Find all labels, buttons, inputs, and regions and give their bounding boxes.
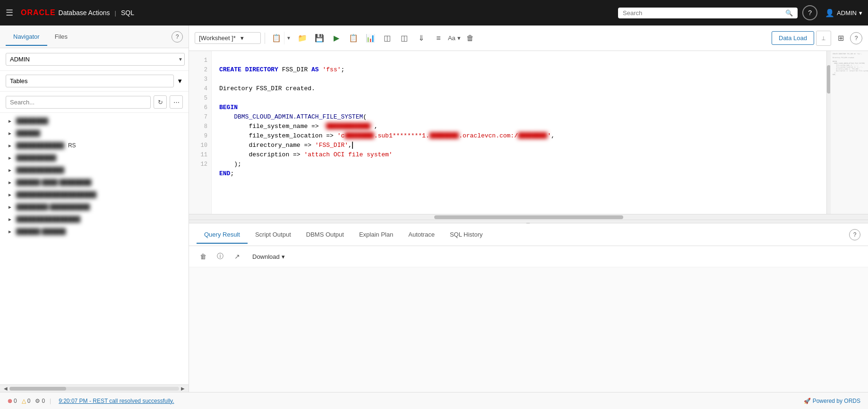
left-panel-tabs: Navigator Files ? xyxy=(0,26,189,48)
grid-report-button[interactable]: ◫ xyxy=(380,31,395,46)
table-search-row: ↻ ⋯ xyxy=(0,92,189,113)
editor-horizontal-scrollbar[interactable] xyxy=(189,214,868,220)
expand-arrow-icon: ► xyxy=(8,119,12,124)
resize-handle[interactable]: ⚊ xyxy=(189,220,868,223)
schema-selector[interactable]: ADMIN ▼ xyxy=(0,48,189,71)
table-name: ████████ xyxy=(16,118,48,124)
run-button[interactable]: ▶ xyxy=(329,31,344,46)
result-trash-button[interactable]: 🗑 xyxy=(197,250,210,263)
data-load-button[interactable]: Data Load xyxy=(772,31,814,45)
hamburger-menu[interactable]: ☰ xyxy=(6,8,13,18)
tab-navigator[interactable]: Navigator xyxy=(6,28,47,46)
status-message[interactable]: 9:20:07 PM - REST call resolved successf… xyxy=(59,398,174,404)
font-selector[interactable]: Aa ▾ xyxy=(448,34,461,42)
expand-arrow-icon: ► xyxy=(8,229,12,234)
more-options-button[interactable]: ⋯ xyxy=(170,95,183,109)
list-item[interactable]: ► ████████████████████ xyxy=(0,188,189,201)
result-tabs: Query Result Script Output DBMS Output E… xyxy=(189,223,868,246)
line-numbers: 1 2 3 4 5 6 7 8 9 10 11 12 xyxy=(189,51,212,214)
left-panel-help-icon[interactable]: ? xyxy=(172,31,183,43)
toolbar-help-button[interactable]: ? xyxy=(850,32,862,44)
list-item[interactable]: ► ████████████████ xyxy=(0,213,189,225)
brand-logo: ORACLE Database Actions | SQL xyxy=(21,9,134,17)
chart-button[interactable]: 📊 xyxy=(363,31,378,46)
list-item[interactable]: ► ██████ ██████ xyxy=(0,225,189,238)
result-export-button[interactable]: ↗ xyxy=(231,250,244,263)
save-button[interactable]: 💾 xyxy=(312,31,327,46)
expand-arrow-icon: ► xyxy=(8,168,12,173)
left-panel-horizontal-scrollbar[interactable]: ◀ ▶ xyxy=(0,384,189,392)
table-name: ██████████ xyxy=(16,154,56,161)
scroll-track[interactable] xyxy=(9,387,179,391)
tab-query-result[interactable]: Query Result xyxy=(197,226,248,244)
schema-dropdown[interactable]: ADMIN xyxy=(6,53,185,66)
scroll-right-arrow[interactable]: ▶ xyxy=(179,386,187,391)
user-icon: 👤 xyxy=(825,9,834,17)
font-icon: Aa xyxy=(448,34,455,42)
expand-arrow-icon: ► xyxy=(8,155,12,161)
object-type-dropdown[interactable]: Tables xyxy=(6,75,174,87)
search-input[interactable] xyxy=(623,9,782,17)
tab-sql-history[interactable]: SQL History xyxy=(442,226,490,244)
open-file-button[interactable]: 📁 xyxy=(295,31,310,46)
table-search-input[interactable] xyxy=(6,96,151,109)
object-type-selector[interactable]: Tables ▼ xyxy=(0,71,189,92)
trash-button[interactable]: 🗑 xyxy=(463,31,478,46)
right-panel: [Worksheet ]* ▾ 📋 ▼ 📁 💾 ▶ 📋 📊 ◫ ◫ ⇓ ≡ Aa… xyxy=(189,26,868,392)
help-button[interactable]: ? xyxy=(802,5,817,20)
worksheet-selector[interactable]: [Worksheet ]* ▾ xyxy=(195,32,261,44)
table-name: ██████ ████ ████████ xyxy=(16,179,92,186)
scroll-left-arrow[interactable]: ◀ xyxy=(2,386,9,391)
result-help-button[interactable]: ? xyxy=(849,229,860,240)
search-bar[interactable]: 🔍 xyxy=(618,8,798,18)
tab-script-output[interactable]: Script Output xyxy=(248,226,299,244)
worksheet-dropdown-arrow: ▾ xyxy=(241,34,244,42)
code-editor-content[interactable]: CREATE DIRECTORY FSS_DIR AS 'fss'; Direc… xyxy=(212,51,826,214)
table-name: ████████████ xyxy=(16,167,64,173)
download-toolbar-button[interactable]: ⇓ xyxy=(414,31,429,46)
status-bar: ⊗ 0 △ 0 ⚙ 0 | 9:20:07 PM - REST call res… xyxy=(0,392,868,409)
status-separator: | xyxy=(50,398,51,404)
list-item[interactable]: ► ██████ xyxy=(0,127,189,139)
tab-autotrace[interactable]: Autotrace xyxy=(401,226,442,244)
tab-files[interactable]: Files xyxy=(47,28,75,46)
new-file-button-group: 📋 ▼ xyxy=(269,32,293,44)
list-item[interactable]: ► ████████████ xyxy=(0,164,189,176)
list-item[interactable]: ► ████████ xyxy=(0,115,189,127)
refresh-button[interactable]: ↻ xyxy=(154,95,167,109)
editor-vertical-scrollbar[interactable] xyxy=(826,51,830,214)
editor-area: 1 2 3 4 5 6 7 8 9 10 11 12 CREATE DIRECT… xyxy=(189,51,868,214)
list-item[interactable]: ► ██████████ xyxy=(0,152,189,164)
new-file-button[interactable]: 📋 xyxy=(269,32,284,44)
powered-by-ords[interactable]: 🚀 Powered by ORDS xyxy=(804,398,860,404)
table-name: ████████████ xyxy=(16,142,64,149)
list-item[interactable]: ► ████████ ██████████ xyxy=(0,201,189,213)
list-item[interactable]: ► ████████████ RS xyxy=(0,139,189,152)
gear-icon: ⚙ xyxy=(35,398,40,404)
horizontal-scrollbar-thumb[interactable] xyxy=(434,215,623,219)
format-button[interactable]: ≡ xyxy=(431,31,446,46)
gear-count: 0 xyxy=(42,398,45,404)
left-panel: Navigator Files ? ADMIN ▼ Tables ▼ ↻ ⋯ xyxy=(0,26,189,392)
expand-button[interactable]: ⟂ xyxy=(816,31,831,46)
download-label: Download xyxy=(252,253,280,260)
result-toolbar: 🗑 ⓘ ↗ Download ▾ xyxy=(189,246,868,267)
result-info-button[interactable]: ⓘ xyxy=(214,250,227,263)
tab-dbms-output[interactable]: DBMS Output xyxy=(299,226,352,244)
expand-arrow-icon: ► xyxy=(8,180,12,185)
list-item[interactable]: ► ██████ ████ ████████ xyxy=(0,176,189,188)
explain-plan-button[interactable]: ◫ xyxy=(397,31,412,46)
scroll-thumb[interactable] xyxy=(9,387,66,391)
sql-toolbar: [Worksheet ]* ▾ 📋 ▼ 📁 💾 ▶ 📋 📊 ◫ ◫ ⇓ ≡ Aa… xyxy=(189,26,868,51)
expand-arrow-icon: ► xyxy=(8,131,12,136)
tab-explain-plan[interactable]: Explain Plan xyxy=(352,226,401,244)
run-script-button[interactable]: 📋 xyxy=(346,31,361,46)
dashboard-button[interactable]: ⊞ xyxy=(833,31,848,46)
object-type-dropdown-arrow: ▼ xyxy=(177,77,183,85)
oracle-label: ORACLE xyxy=(21,9,56,17)
new-file-dropdown-arrow[interactable]: ▼ xyxy=(284,32,293,44)
rocket-icon: 🚀 xyxy=(804,398,811,404)
user-menu[interactable]: 👤 ADMIN ▾ xyxy=(825,9,862,17)
toolbar-separator-1 xyxy=(265,33,265,44)
download-button[interactable]: Download ▾ xyxy=(248,251,290,262)
